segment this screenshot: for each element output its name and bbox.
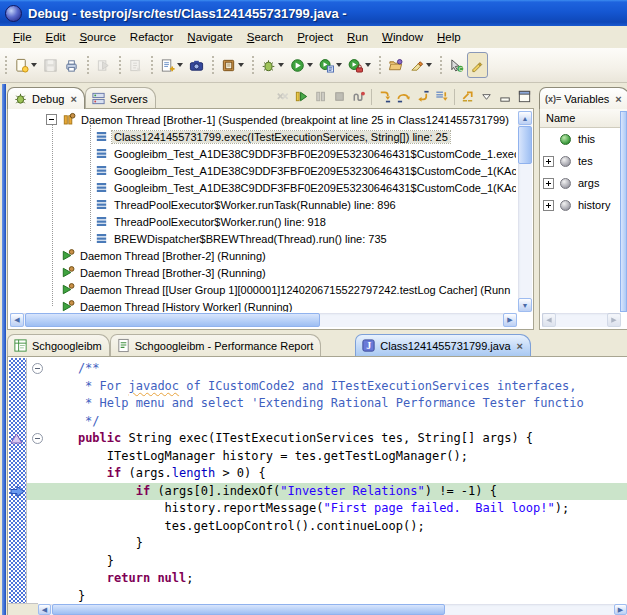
debug-tree-row[interactable]: ThreadPoolExecutor$Worker.run() line: 91…	[10, 213, 516, 230]
tab-servers[interactable]: Servers	[85, 87, 156, 109]
debug-tree-row[interactable]: Daemon Thread [History Worker] (Running)	[10, 298, 516, 312]
collapse-expander-icon[interactable]	[46, 114, 57, 125]
toolbar-grip-handle[interactable]	[438, 54, 443, 76]
debug-tree-row[interactable]: Daemon Thread [Brother-3] (Running)	[10, 264, 516, 281]
marker-button[interactable]	[406, 52, 435, 78]
close-icon[interactable]: ×	[615, 94, 621, 104]
menu-refactor[interactable]: Refactor	[123, 28, 180, 46]
code-line-current[interactable]: if (args[0].indexOf("Invester Relations"…	[27, 483, 627, 501]
dropdown-arrow-icon[interactable]	[278, 63, 284, 67]
minimize-button[interactable]	[496, 87, 515, 106]
expand-plus-icon[interactable]	[543, 156, 554, 167]
menu-file[interactable]: File	[6, 28, 39, 46]
suspend-button[interactable]	[311, 87, 330, 106]
code-editor[interactable]: /** * For javadoc of ICustomCode2 and IT…	[27, 358, 627, 604]
step-over-button[interactable]	[394, 87, 413, 106]
debug-tree-vscrollbar[interactable]: ▲ ▼	[518, 111, 532, 312]
open-artifact-button[interactable]	[385, 52, 406, 78]
dropdown-arrow-icon[interactable]	[31, 63, 37, 67]
editor-tab-2[interactable]: Schgoogleibm - Performance Report	[110, 334, 322, 356]
toggle-highlight-button[interactable]	[467, 52, 488, 78]
scroll-down-arrow[interactable]: ▼	[518, 298, 532, 312]
variables-vscrollbar[interactable]	[620, 111, 627, 312]
code-line[interactable]: }	[27, 588, 627, 605]
code-line[interactable]: * For javadoc of ICustomCode2 and ITestE…	[27, 378, 627, 396]
dropdown-arrow-icon[interactable]	[177, 63, 183, 67]
run-button[interactable]	[287, 52, 316, 78]
use-step-filters-button[interactable]	[458, 87, 477, 106]
code-line[interactable]: return null;	[27, 570, 627, 588]
variables-hscrollbar[interactable]: ◀ ▶	[542, 313, 621, 327]
run-schedule-button[interactable]	[316, 52, 345, 78]
toolbar-grip-handle[interactable]	[250, 54, 255, 76]
save-button[interactable]	[40, 52, 61, 78]
menu-run[interactable]: Run	[340, 28, 375, 46]
scroll-thumb[interactable]	[25, 313, 320, 327]
fold-collapse-icon[interactable]	[32, 433, 43, 444]
disconnect-button[interactable]	[349, 87, 368, 106]
debug-tree-hscrollbar[interactable]: ◀ ▶	[10, 313, 517, 327]
step-return-button[interactable]	[413, 87, 432, 106]
resume-button[interactable]	[292, 87, 311, 106]
menu-source[interactable]: Source	[72, 28, 122, 46]
test-navigator-button[interactable]	[218, 52, 247, 78]
camera-button[interactable]	[186, 52, 207, 78]
toolbar-grip-handle[interactable]	[3, 54, 8, 76]
editor-ruler[interactable]	[9, 358, 27, 604]
dropdown-arrow-icon[interactable]	[426, 63, 432, 67]
code-line[interactable]: tes.getLoopControl().continueLoop();	[27, 518, 627, 536]
maximize-button[interactable]	[515, 87, 534, 106]
scroll-right-arrow[interactable]: ▶	[503, 313, 517, 327]
print-button[interactable]	[61, 52, 82, 78]
expand-plus-icon[interactable]	[543, 200, 554, 211]
debug-tree-row[interactable]: Daemon Thread [Brother-1] (Suspended (br…	[10, 111, 516, 128]
variable-row[interactable]: this	[540, 128, 627, 150]
title-bar[interactable]: Debug - testproj/src/test/Class124145573…	[0, 0, 627, 26]
variable-row[interactable]: args	[540, 172, 627, 194]
debug-tree-row[interactable]: Daemon Thread [Brother-2] (Running)	[10, 247, 516, 264]
code-line[interactable]: */	[27, 413, 627, 431]
scroll-right-arrow[interactable]: ▶	[614, 604, 627, 615]
debug-tree-row[interactable]: Class1241455731799.exec(ITestExecutionSe…	[10, 128, 516, 145]
debug-tree-row[interactable]: Daemon Thread [[User Group 1][000001]124…	[10, 281, 516, 298]
menu-project[interactable]: Project	[290, 28, 340, 46]
dropdown-arrow-icon[interactable]	[307, 63, 313, 67]
editor-tab-3[interactable]: JClass1241455731799.java×	[355, 334, 531, 356]
view-menu-button[interactable]	[477, 87, 496, 106]
terminate-button[interactable]	[330, 87, 349, 106]
dropdown-arrow-icon[interactable]	[365, 63, 371, 67]
code-line[interactable]: public String exec(ITestExecutionService…	[27, 430, 627, 448]
toolbar-grip-handle[interactable]	[85, 54, 90, 76]
debug-tree-row[interactable]: Googleibm_Test_A1DE38C9DDF3FBF0E209E5323…	[10, 145, 516, 162]
close-icon[interactable]: ×	[517, 341, 523, 351]
scroll-thumb[interactable]	[52, 604, 445, 615]
last-edit-location-button[interactable]: C	[446, 52, 467, 78]
menu-window[interactable]: Window	[375, 28, 430, 46]
variables-column-header[interactable]: Name	[540, 109, 627, 128]
toolbar-grip-handle[interactable]	[117, 54, 122, 76]
menu-navigate[interactable]: Navigate	[180, 28, 239, 46]
code-line[interactable]: ITestLogManager history = tes.getTestLog…	[27, 448, 627, 466]
tab-debug[interactable]: Debug×	[7, 87, 85, 109]
toolbar-grip-handle[interactable]	[149, 54, 154, 76]
step-into-button[interactable]	[375, 87, 394, 106]
dropdown-arrow-icon[interactable]	[336, 63, 342, 67]
ext-tool-2-button[interactable]	[125, 52, 146, 78]
run-secure-button[interactable]	[345, 52, 374, 78]
tab-variables[interactable]: (x)= Variables ×	[539, 87, 627, 109]
editor-hscrollbar[interactable]: ◀ ▶	[38, 604, 627, 615]
debug-tree-row[interactable]: ThreadPoolExecutor$Worker.runTask(Runnab…	[10, 196, 516, 213]
code-line[interactable]: if (args.length > 0) {	[27, 465, 627, 483]
debug-tree-row[interactable]: Googleibm_Test_A1DE38C9DDF3FBF0E209E5323…	[10, 179, 516, 196]
variable-row[interactable]: history	[540, 194, 627, 216]
code-line[interactable]: /**	[27, 360, 627, 378]
code-line[interactable]: }	[27, 535, 627, 553]
ext-tool-1-button[interactable]	[93, 52, 114, 78]
expand-plus-icon[interactable]	[543, 178, 554, 189]
new-report-button[interactable]	[157, 52, 186, 78]
toolbar-grip-handle[interactable]	[377, 54, 382, 76]
scroll-thumb[interactable]	[518, 126, 532, 164]
toolbar-grip-handle[interactable]	[210, 54, 215, 76]
code-line[interactable]: history.reportMessage("First page failed…	[27, 500, 627, 518]
code-line[interactable]: * Help menu and select 'Extending Ration…	[27, 395, 627, 413]
